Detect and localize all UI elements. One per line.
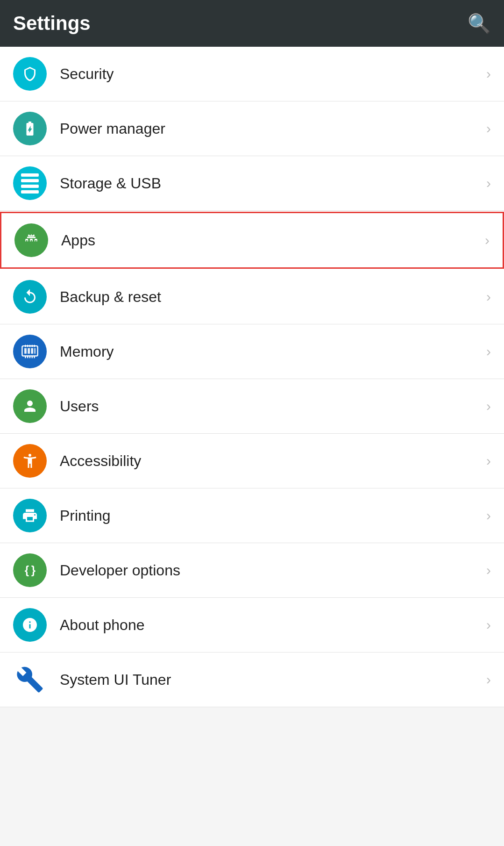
svg-rect-13 [34, 345, 35, 347]
settings-item-power-manager[interactable]: Power manager › [0, 101, 504, 156]
storage-usb-chevron: › [486, 175, 491, 191]
header: Settings 🔍 [0, 0, 504, 47]
svg-rect-17 [32, 356, 33, 358]
apps-chevron: › [485, 232, 490, 248]
svg-rect-11 [29, 345, 30, 347]
settings-item-users[interactable]: Users › [0, 379, 504, 434]
backup-reset-chevron: › [486, 289, 491, 305]
svg-rect-15 [27, 356, 28, 358]
settings-item-accessibility[interactable]: Accessibility › [0, 434, 504, 488]
storage-usb-icon [13, 166, 47, 200]
svg-rect-10 [27, 345, 28, 347]
system-ui-tuner-label: System UI Tuner [60, 671, 486, 688]
users-label: Users [60, 398, 486, 415]
storage-usb-label: Storage & USB [60, 175, 486, 192]
apps-icon [14, 223, 48, 257]
svg-rect-9 [25, 345, 26, 347]
svg-rect-6 [28, 348, 30, 354]
system-ui-tuner-icon-container [13, 663, 47, 696]
svg-rect-14 [25, 356, 26, 358]
svg-rect-5 [24, 348, 27, 354]
settings-item-printing[interactable]: Printing › [0, 488, 504, 543]
printing-label: Printing [60, 507, 486, 524]
memory-icon [13, 335, 47, 368]
svg-rect-8 [35, 348, 35, 354]
backup-reset-label: Backup & reset [60, 288, 486, 306]
svg-rect-18 [34, 356, 35, 358]
accessibility-chevron: › [486, 453, 491, 469]
settings-list: Security › Power manager › Storage & USB… [0, 47, 504, 707]
printing-chevron: › [486, 508, 491, 523]
settings-item-storage-usb[interactable]: Storage & USB › [0, 156, 504, 211]
developer-options-label: Developer options [60, 562, 486, 579]
settings-item-system-ui-tuner[interactable]: System UI Tuner › [0, 652, 504, 707]
developer-options-chevron: › [486, 562, 491, 578]
settings-item-developer-options[interactable]: { } Developer options › [0, 543, 504, 598]
apps-label: Apps [61, 232, 485, 249]
power-manager-chevron: › [486, 121, 491, 136]
accessibility-label: Accessibility [60, 452, 486, 470]
svg-rect-12 [32, 345, 33, 347]
memory-label: Memory [60, 343, 486, 360]
power-manager-label: Power manager [60, 120, 486, 137]
security-chevron: › [486, 66, 491, 82]
search-icon[interactable]: 🔍 [468, 13, 491, 35]
svg-rect-3 [31, 234, 32, 236]
settings-item-apps[interactable]: Apps › [0, 212, 504, 269]
about-phone-label: About phone [60, 617, 486, 634]
printing-icon [13, 499, 47, 532]
power-manager-icon [13, 112, 47, 145]
users-chevron: › [486, 398, 491, 414]
settings-item-about-phone[interactable]: About phone › [0, 598, 504, 652]
security-icon [13, 57, 47, 91]
settings-item-backup-reset[interactable]: Backup & reset › [0, 270, 504, 324]
svg-rect-16 [29, 356, 30, 358]
settings-item-memory[interactable]: Memory › [0, 324, 504, 379]
users-icon [13, 389, 47, 423]
about-phone-chevron: › [486, 617, 491, 633]
system-ui-tuner-chevron: › [486, 672, 491, 688]
memory-chevron: › [486, 344, 491, 359]
security-label: Security [60, 65, 486, 83]
developer-options-icon: { } [13, 553, 47, 587]
about-phone-icon [13, 608, 47, 642]
backup-reset-icon [13, 280, 47, 314]
page-title: Settings [13, 12, 91, 35]
svg-point-19 [28, 454, 31, 457]
settings-item-security[interactable]: Security › [0, 47, 504, 101]
accessibility-icon [13, 444, 47, 478]
svg-rect-7 [31, 348, 33, 354]
